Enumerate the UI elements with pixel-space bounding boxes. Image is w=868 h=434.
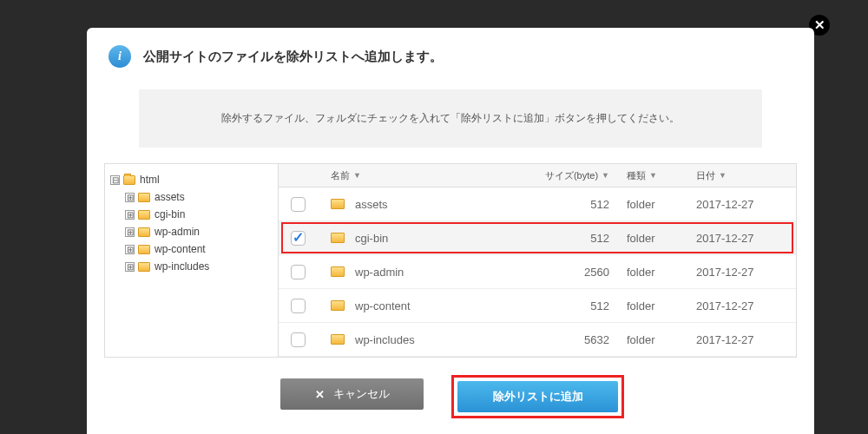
sort-arrow-icon: ▼ bbox=[649, 171, 657, 180]
col-header-type[interactable]: 種類▼ bbox=[627, 169, 696, 182]
col-header-size[interactable]: サイズ(byte)▼ bbox=[531, 169, 627, 182]
tree-node-root[interactable]: ⊟ html bbox=[110, 171, 273, 188]
sort-arrow-icon: ▼ bbox=[602, 171, 609, 180]
sort-arrow-icon: ▼ bbox=[719, 171, 727, 180]
row-name: wp-includes bbox=[355, 333, 415, 346]
table-row[interactable]: cgi-bin 512 folder 2017-12-27 bbox=[279, 221, 796, 255]
col-header-name[interactable]: 名前▼ bbox=[318, 169, 531, 182]
dialog: i 公開サイトのファイルを除外リストへ追加します。 除外するファイル、フォルダに… bbox=[87, 28, 814, 434]
tree-label: wp-admin bbox=[155, 226, 200, 238]
dialog-header: i 公開サイトのファイルを除外リストへ追加します。 bbox=[87, 28, 814, 81]
tree-label: wp-includes bbox=[155, 260, 209, 273]
tree-node[interactable]: ⊞wp-content bbox=[125, 240, 273, 258]
folder-icon bbox=[123, 175, 135, 185]
row-type: folder bbox=[627, 333, 696, 346]
sort-arrow-icon: ▼ bbox=[353, 171, 361, 180]
row-size: 512 bbox=[531, 232, 627, 245]
instruction-text: 除外するファイル、フォルダにチェックを入れて「除外リストに追加」ボタンを押してく… bbox=[139, 89, 762, 148]
row-name: wp-admin bbox=[355, 266, 404, 279]
file-list-header: 名前▼ サイズ(byte)▼ 種類▼ 日付▼ bbox=[279, 164, 796, 187]
folder-icon bbox=[331, 300, 345, 311]
row-checkbox[interactable] bbox=[291, 197, 306, 212]
tree-node[interactable]: ⊞wp-includes bbox=[125, 258, 273, 275]
folder-icon bbox=[138, 210, 150, 220]
primary-button-highlight: 除外リストに追加 bbox=[451, 375, 624, 418]
folder-icon bbox=[331, 266, 345, 277]
row-size: 5632 bbox=[531, 333, 627, 346]
row-date: 2017-12-27 bbox=[696, 266, 796, 279]
cancel-label: キャンセル bbox=[333, 386, 390, 402]
row-name: cgi-bin bbox=[355, 232, 388, 245]
row-type: folder bbox=[627, 232, 696, 245]
add-to-exclude-list-button[interactable]: 除外リストに追加 bbox=[457, 381, 618, 412]
tree-expander[interactable]: ⊞ bbox=[125, 193, 135, 202]
row-checkbox[interactable] bbox=[291, 231, 306, 246]
folder-icon bbox=[331, 199, 345, 209]
close-x-icon: ✕ bbox=[315, 388, 325, 401]
row-type: folder bbox=[627, 198, 696, 211]
tree-node[interactable]: ⊞assets bbox=[125, 188, 273, 206]
file-browser: ⊟ html ⊞assets⊞cgi-bin⊞wp-admin⊞wp-conte… bbox=[104, 163, 797, 358]
tree-label: wp-content bbox=[155, 243, 206, 255]
table-row[interactable]: wp-content 512 folder 2017-12-27 bbox=[279, 289, 796, 323]
row-size: 512 bbox=[531, 198, 627, 211]
tree-expander[interactable]: ⊞ bbox=[125, 210, 135, 220]
row-name: assets bbox=[355, 198, 388, 211]
folder-icon bbox=[138, 262, 150, 272]
row-size: 512 bbox=[531, 299, 627, 312]
primary-label: 除外リストに追加 bbox=[493, 389, 583, 404]
folder-icon bbox=[138, 245, 150, 254]
table-row[interactable]: assets 512 folder 2017-12-27 bbox=[279, 187, 796, 221]
row-checkbox[interactable] bbox=[291, 299, 306, 313]
col-header-date[interactable]: 日付▼ bbox=[696, 169, 796, 182]
tree-label: html bbox=[140, 174, 160, 186]
tree-expander[interactable]: ⊞ bbox=[125, 262, 135, 272]
row-date: 2017-12-27 bbox=[696, 198, 796, 211]
folder-icon bbox=[138, 227, 150, 237]
row-type: folder bbox=[627, 299, 696, 312]
table-row[interactable]: wp-includes 5632 folder 2017-12-27 bbox=[279, 323, 796, 357]
folder-icon bbox=[331, 334, 345, 345]
tree-label: cgi-bin bbox=[155, 208, 185, 220]
row-name: wp-content bbox=[355, 299, 411, 312]
folder-tree: ⊟ html ⊞assets⊞cgi-bin⊞wp-admin⊞wp-conte… bbox=[105, 164, 279, 357]
file-list: 名前▼ サイズ(byte)▼ 種類▼ 日付▼ assets 512 folder… bbox=[279, 164, 796, 357]
dialog-title: 公開サイトのファイルを除外リストへ追加します。 bbox=[143, 49, 443, 65]
row-date: 2017-12-27 bbox=[696, 333, 796, 346]
button-bar: ✕ キャンセル 除外リストに追加 bbox=[87, 375, 814, 418]
row-checkbox[interactable] bbox=[291, 265, 306, 279]
table-row[interactable]: wp-admin 2560 folder 2017-12-27 bbox=[279, 255, 796, 289]
folder-icon bbox=[138, 193, 150, 202]
tree-node[interactable]: ⊞wp-admin bbox=[125, 223, 273, 240]
tree-label: assets bbox=[155, 191, 185, 203]
tree-node[interactable]: ⊞cgi-bin bbox=[125, 206, 273, 223]
row-date: 2017-12-27 bbox=[696, 232, 796, 245]
row-type: folder bbox=[627, 266, 696, 279]
info-icon: i bbox=[108, 45, 131, 68]
row-date: 2017-12-27 bbox=[696, 299, 796, 312]
tree-expander[interactable]: ⊞ bbox=[125, 245, 135, 254]
tree-expander[interactable]: ⊟ bbox=[110, 175, 120, 185]
row-size: 2560 bbox=[531, 266, 627, 279]
row-checkbox[interactable] bbox=[291, 332, 306, 347]
cancel-button[interactable]: ✕ キャンセル bbox=[280, 378, 424, 410]
tree-expander[interactable]: ⊞ bbox=[125, 227, 135, 237]
folder-icon bbox=[331, 233, 345, 243]
